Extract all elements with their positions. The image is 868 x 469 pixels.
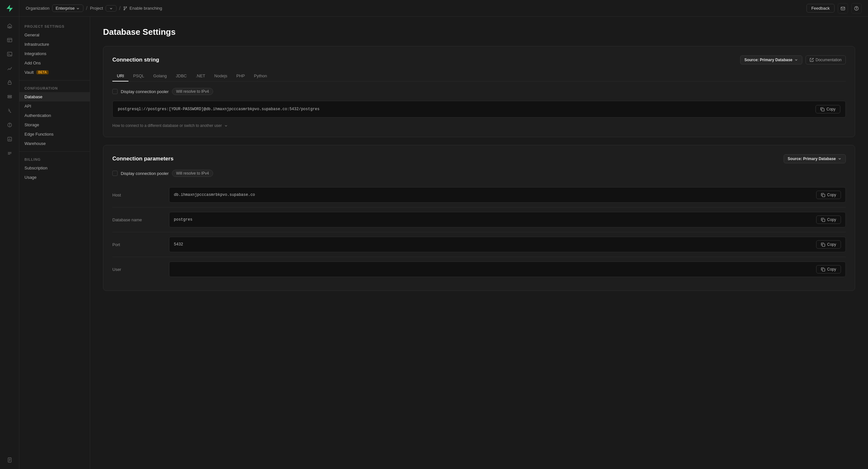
nav-separator-1: / bbox=[86, 5, 87, 11]
sidebar-item-addons[interactable]: Add Ons bbox=[19, 58, 90, 68]
svg-rect-10 bbox=[8, 97, 11, 98]
documentation-button[interactable]: Documentation bbox=[806, 55, 846, 64]
params-ipv4-badge: Will resolve to IPv4 bbox=[172, 170, 213, 177]
svg-point-0 bbox=[124, 6, 125, 7]
tab-jdbc[interactable]: JDBC bbox=[171, 71, 191, 82]
params-source-dropdown[interactable]: Source: Primary Database bbox=[784, 154, 846, 163]
connection-tabs: URI PSQL Golang JDBC .NET Nodejs PHP Pyt… bbox=[112, 71, 846, 82]
project-settings-section: PROJECT SETTINGS bbox=[19, 22, 90, 30]
tab-uri[interactable]: URI bbox=[112, 71, 128, 82]
tab-nodejs[interactable]: Nodejs bbox=[210, 71, 232, 82]
storage-icon[interactable] bbox=[3, 90, 16, 103]
svg-rect-17 bbox=[822, 244, 825, 246]
param-port-value: 5432 bbox=[174, 242, 183, 247]
auth-icon[interactable] bbox=[3, 76, 16, 89]
home-icon[interactable] bbox=[3, 19, 16, 32]
param-row-user: User Copy bbox=[112, 257, 846, 282]
topbar-right: Feedback bbox=[807, 3, 868, 13]
terminal-icon[interactable] bbox=[3, 48, 16, 61]
page-title: Database Settings bbox=[103, 27, 855, 37]
sidebar: PROJECT SETTINGS General Infrastructure … bbox=[19, 17, 90, 469]
param-user-label: User bbox=[112, 267, 164, 272]
sidebar-item-database[interactable]: Database bbox=[19, 92, 90, 101]
connection-params-card: Connection parameters Source: Primary Da… bbox=[103, 145, 855, 291]
sidebar-item-vault[interactable]: Vault BETA bbox=[19, 68, 90, 77]
svg-rect-16 bbox=[822, 219, 825, 222]
chart-icon[interactable] bbox=[3, 62, 16, 75]
advisor-icon[interactable] bbox=[3, 119, 16, 131]
ipv4-badge: Will resolve to IPv4 bbox=[172, 88, 213, 95]
vault-badge: BETA bbox=[36, 70, 49, 75]
branch-button[interactable]: Enable branching bbox=[123, 6, 162, 11]
svg-rect-3 bbox=[841, 7, 845, 10]
table-icon[interactable] bbox=[3, 33, 16, 47]
pooler-checkbox[interactable] bbox=[112, 89, 118, 94]
project-label: Project bbox=[90, 6, 103, 11]
svg-rect-6 bbox=[7, 38, 12, 42]
mail-icon[interactable] bbox=[838, 3, 848, 13]
copy-connection-string-button[interactable]: Copy bbox=[815, 105, 840, 113]
feedback-button[interactable]: Feedback bbox=[807, 4, 835, 12]
tab-golang[interactable]: Golang bbox=[149, 71, 171, 82]
connection-params-header: Connection parameters Source: Primary Da… bbox=[112, 154, 846, 163]
params-pooler-row: Display connection pooler Will resolve t… bbox=[112, 170, 846, 177]
tab-psql[interactable]: PSQL bbox=[128, 71, 149, 82]
icon-rail bbox=[0, 17, 19, 469]
help-icon[interactable] bbox=[851, 3, 862, 13]
sidebar-item-integrations[interactable]: Integrations bbox=[19, 49, 90, 58]
logs-icon[interactable] bbox=[3, 147, 16, 160]
connection-string-card: Connection string Source: Primary Databa… bbox=[103, 46, 855, 137]
sidebar-item-general[interactable]: General bbox=[19, 30, 90, 40]
docs-icon[interactable] bbox=[3, 453, 16, 466]
param-port-label: Port bbox=[112, 242, 164, 247]
tab-python[interactable]: Python bbox=[250, 71, 271, 82]
copy-user-button[interactable]: Copy bbox=[816, 265, 841, 273]
logo bbox=[0, 0, 19, 17]
sidebar-item-authentication[interactable]: Authentication bbox=[19, 111, 90, 120]
svg-point-1 bbox=[126, 6, 127, 7]
connection-string-title: Connection string bbox=[112, 57, 159, 63]
svg-rect-9 bbox=[8, 95, 11, 96]
help-row[interactable]: How to connect to a different database o… bbox=[112, 123, 846, 128]
svg-rect-15 bbox=[822, 194, 825, 197]
sidebar-item-api[interactable]: API bbox=[19, 101, 90, 111]
copy-dbname-button[interactable]: Copy bbox=[816, 215, 841, 224]
nav-separator-2: / bbox=[119, 5, 120, 11]
source-dropdown[interactable]: Source: Primary Database bbox=[740, 55, 802, 64]
sidebar-item-usage[interactable]: Usage bbox=[19, 173, 90, 182]
main-content: Database Settings Connection string Sour… bbox=[90, 17, 868, 469]
org-label: Organization bbox=[26, 6, 50, 11]
params-pooler-checkbox[interactable] bbox=[112, 171, 118, 176]
tab-php[interactable]: PHP bbox=[232, 71, 250, 82]
svg-rect-18 bbox=[822, 269, 825, 271]
sidebar-item-edge-functions[interactable]: Edge Functions bbox=[19, 129, 90, 139]
pooler-row: Display connection pooler Will resolve t… bbox=[112, 88, 846, 95]
param-row-host: Host db.ihmaxnjpcccasmrbkpvo.supabase.co… bbox=[112, 183, 846, 207]
billing-section: BILLING bbox=[19, 155, 90, 163]
project-badge[interactable] bbox=[105, 5, 117, 11]
copy-port-button[interactable]: Copy bbox=[816, 240, 841, 249]
param-dbname-label: Database name bbox=[112, 217, 164, 222]
svg-rect-14 bbox=[822, 109, 824, 111]
params-pooler-label: Display connection pooler bbox=[121, 171, 169, 176]
sidebar-divider-2 bbox=[19, 151, 90, 152]
param-row-port: Port 5432 Copy bbox=[112, 232, 846, 257]
connection-string-header: Connection string Source: Primary Databa… bbox=[112, 55, 846, 64]
topbar: Organization Enterprise / Project / Enab… bbox=[0, 0, 868, 17]
sidebar-item-warehouse[interactable]: Warehouse bbox=[19, 139, 90, 148]
param-row-dbname: Database name postgres Copy bbox=[112, 207, 846, 232]
configuration-section: CONFIGURATION bbox=[19, 84, 90, 92]
sidebar-item-storage[interactable]: Storage bbox=[19, 120, 90, 129]
param-dbname-value: postgres bbox=[174, 217, 192, 222]
org-name-badge[interactable]: Enterprise bbox=[52, 4, 83, 12]
tab-dotnet[interactable]: .NET bbox=[191, 71, 210, 82]
sidebar-divider-1 bbox=[19, 80, 90, 81]
sidebar-item-subscription[interactable]: Subscription bbox=[19, 163, 90, 173]
copy-host-button[interactable]: Copy bbox=[816, 191, 841, 199]
functions-icon[interactable] bbox=[3, 105, 16, 117]
sidebar-item-infrastructure[interactable]: Infrastructure bbox=[19, 40, 90, 49]
connection-string-field: postgresql://postgres:[YOUR-PASSWORD]@db… bbox=[112, 101, 846, 118]
topbar-nav: Organization Enterprise / Project / Enab… bbox=[19, 4, 807, 12]
svg-rect-7 bbox=[7, 52, 12, 56]
reports-icon[interactable] bbox=[3, 133, 16, 146]
